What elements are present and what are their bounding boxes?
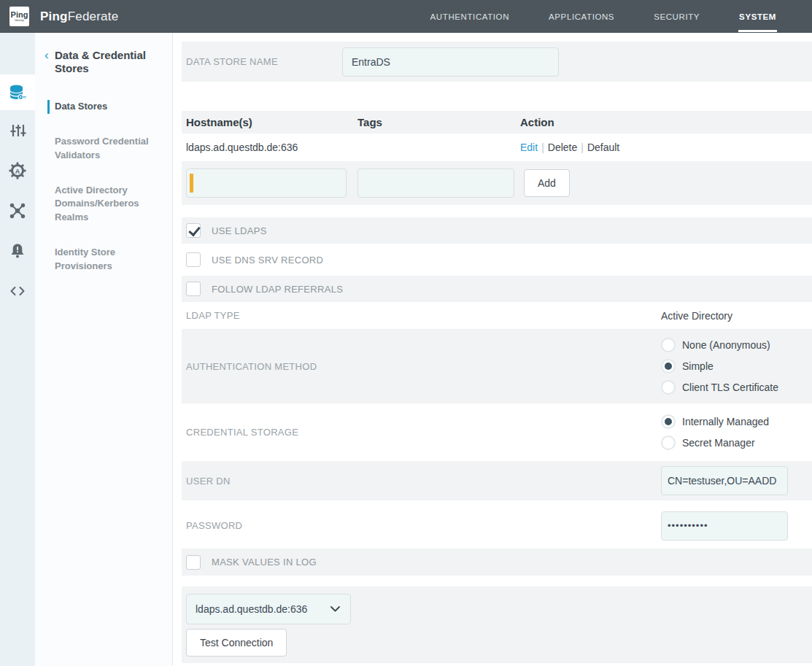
radio-option-client-tls-certificate[interactable]: Client TLS Certificate [661,380,778,395]
action-separator: | [538,142,548,153]
app-title: PingFederate [40,9,118,24]
internally-managed-radio[interactable] [661,414,676,429]
user-dn-input[interactable] [661,466,788,495]
data-store-name-row: DATA STORE NAME [182,42,812,82]
main-content: DATA STORE NAME Hostname(s) Tags Action … [173,33,812,666]
hostname-add-row: Add [182,161,812,205]
database-key-icon [8,83,27,102]
sidebar-item-identity-store-provisioners[interactable]: Identity Store Provisioners [35,246,172,274]
rail-item-external-systems[interactable] [0,190,35,231]
back-chevron-icon[interactable]: ‹ [45,49,55,75]
radio-option-simple[interactable]: Simple [661,359,778,373]
svg-text:A: A [15,167,20,174]
new-hostname-input[interactable] [193,169,346,197]
credential-storage-label: CREDENTIAL STORAGE [186,427,661,438]
use-ldaps-checkbox[interactable] [186,223,201,238]
ldap-type-value: Active Directory [661,310,732,322]
authentication-method-label: AUTHENTICATION METHOD [186,361,661,372]
secondary-sidebar: ‹ Data & Credential Stores Data Stores P… [35,33,173,666]
add-button[interactable]: Add [524,169,570,197]
client-tls-certificate-radio[interactable] [661,380,676,395]
password-row: PASSWORD [182,504,812,547]
rail-item-data-stores[interactable] [0,74,35,110]
data-store-name-input[interactable] [342,47,559,77]
simple-label: Simple [682,360,714,372]
logo-text: Ping [11,11,28,18]
rail-item-server-configuration[interactable] [0,110,35,150]
user-dn-label: USER DN [186,476,661,487]
password-input[interactable] [661,511,788,541]
internally-managed-label: Internally Managed [682,416,769,427]
client-tls-certificate-label: Client TLS Certificate [682,382,778,393]
logo-subtext: Identity [15,18,24,22]
authentication-method-options: None (Anonymous) Simple Client TLS Certi… [661,338,778,395]
row-actions: Edit|Delete|Default [520,142,812,153]
hostname-select[interactable]: ldaps.ad.questdb.de:636 [186,594,351,624]
follow-referrals-label: FOLLOW LDAP REFERRALS [212,284,343,295]
mask-values-row: MASK VALUES IN LOG [182,549,812,576]
edit-link[interactable]: Edit [520,142,538,153]
use-ldaps-label: USE LDAPS [212,225,267,236]
hostname-cell: ldaps.ad.questdb.de:636 [182,142,357,153]
credential-storage-options: Internally Managed Secret Manager [661,414,769,450]
delete-link[interactable]: Delete [548,142,577,153]
new-hostname-field [186,169,347,198]
radio-option-secret-manager[interactable]: Secret Manager [661,435,769,450]
subnav-items: Data Stores Password Credential Validato… [35,100,172,274]
none-anonymous-radio[interactable] [661,338,676,352]
bell-alert-icon [9,242,26,260]
use-dns-srv-row: USE DNS SRV RECORD [182,247,812,273]
sliders-icon [9,122,26,139]
nav-security[interactable]: SECURITY [653,1,700,32]
use-dns-srv-label: USE DNS SRV RECORD [212,255,323,266]
top-navigation: AUTHENTICATION APPLICATIONS SECURITY SYS… [430,0,777,33]
mask-values-checkbox[interactable] [186,555,201,570]
radio-option-none-anonymous[interactable]: None (Anonymous) [661,338,778,352]
ping-identity-logo: Ping Identity [9,7,29,26]
rail-item-notifications[interactable] [0,231,35,271]
rail-item-admin-settings[interactable]: A [0,150,35,190]
follow-referrals-checkbox[interactable] [186,282,201,296]
subnav-title: Data & Credential Stores [55,49,157,75]
ldap-type-row: LDAP TYPE Active Directory [182,303,812,328]
hostname-table-header: Hostname(s) Tags Action [182,111,812,133]
nav-applications[interactable]: APPLICATIONS [548,1,615,32]
action-separator: | [577,142,587,153]
network-nodes-icon [9,202,26,220]
use-dns-srv-checkbox[interactable] [186,252,201,267]
subnav-header: ‹ Data & Credential Stores [35,49,172,75]
sidebar-item-password-credential-validators[interactable]: Password Credential Validators [35,135,172,163]
test-connection-panel: ldaps.ad.questdb.de:636 Test Connection [182,586,812,663]
default-link[interactable]: Default [587,142,619,153]
nav-authentication[interactable]: AUTHENTICATION [430,1,511,32]
password-label: PASSWORD [186,520,661,531]
hostname-column-header: Hostname(s) [182,116,357,128]
hostname-select-value: ldaps.ad.questdb.de:636 [187,603,330,615]
chevron-down-icon [330,606,340,612]
app-title-bold: Ping [40,9,68,23]
sidebar-item-data-stores[interactable]: Data Stores [47,100,172,114]
data-store-name-label: DATA STORE NAME [186,56,342,67]
simple-radio[interactable] [661,359,676,373]
action-column-header: Action [520,116,812,128]
mask-values-label: MASK VALUES IN LOG [212,557,317,568]
radio-option-internally-managed[interactable]: Internally Managed [661,414,769,429]
app-header: Ping Identity PingFederate AUTHENTICATIO… [0,0,812,33]
icon-sidebar: A [0,33,35,666]
sidebar-item-ad-domains-kerberos-realms[interactable]: Active Directory Domains/Kerberos Realms [35,184,172,225]
new-tags-field [357,169,514,198]
secret-manager-radio[interactable] [661,435,676,450]
tags-column-header: Tags [357,116,520,128]
nav-system[interactable]: SYSTEM [738,1,777,32]
follow-referrals-row: FOLLOW LDAP REFERRALS [182,276,812,302]
new-tags-input[interactable] [358,169,514,197]
ldap-type-label: LDAP TYPE [186,310,661,321]
credential-storage-row: CREDENTIAL STORAGE Internally Managed Se… [182,406,812,459]
hostname-table-row: ldaps.ad.questdb.de:636 Edit|Delete|Defa… [182,133,812,161]
secret-manager-label: Secret Manager [682,437,755,449]
rail-item-developer-tools[interactable] [0,271,35,311]
none-anonymous-label: None (Anonymous) [682,339,770,351]
authentication-method-row: AUTHENTICATION METHOD None (Anonymous) S… [182,329,812,403]
test-connection-button[interactable]: Test Connection [186,629,287,657]
gear-a-icon: A [8,161,27,180]
